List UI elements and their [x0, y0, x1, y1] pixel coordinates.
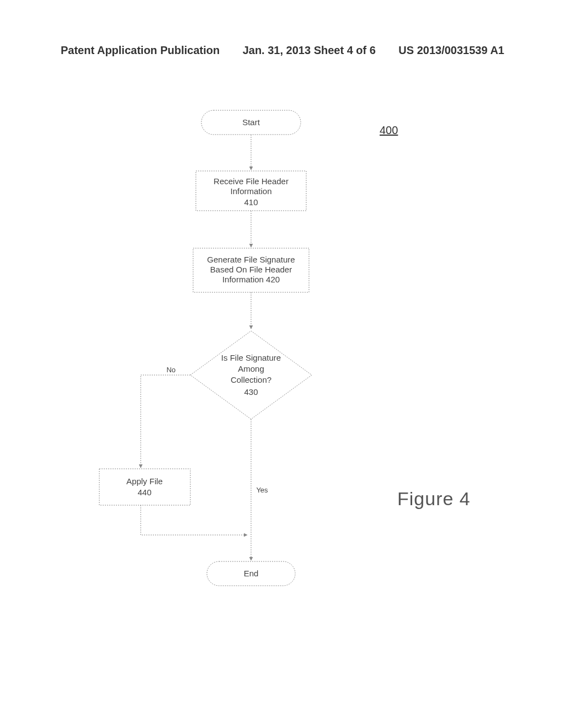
node-410-line1: Receive File Header [214, 176, 289, 186]
end-label: End [244, 569, 259, 578]
node-420-line2: Based On File Header [210, 265, 292, 274]
no-label: No [167, 366, 176, 374]
flowchart: Start Receive File Header Information 41… [94, 105, 381, 601]
node-410-line2: Information [230, 186, 271, 196]
node-430-line3: Collection? [231, 375, 271, 384]
date-sheet-label: Jan. 31, 2013 Sheet 4 of 6 [243, 44, 376, 57]
node-410-ref: 410 [244, 197, 258, 207]
page: Patent Application Publication Jan. 31, … [0, 0, 565, 728]
node-440-ref: 440 [137, 488, 151, 497]
node-430-ref: 430 [244, 387, 258, 397]
node-430-line1: Is File Signature [221, 353, 281, 362]
figure-reference-number: 400 [380, 124, 398, 137]
start-label: Start [242, 117, 260, 127]
publication-number: US 2013/0031539 A1 [398, 44, 504, 57]
yes-label: Yes [256, 486, 268, 494]
node-440-line1: Apply File [126, 477, 163, 486]
page-header: Patent Application Publication Jan. 31, … [61, 44, 504, 57]
publication-label: Patent Application Publication [61, 44, 220, 57]
node-430-line2: Among [238, 364, 264, 373]
node-420-line3: Information 420 [222, 275, 280, 284]
node-420-line1: Generate File Signature [207, 255, 295, 264]
edge-440-end [141, 505, 247, 535]
edge-430-440 [141, 375, 190, 468]
figure-label: Figure 4 [397, 488, 471, 510]
